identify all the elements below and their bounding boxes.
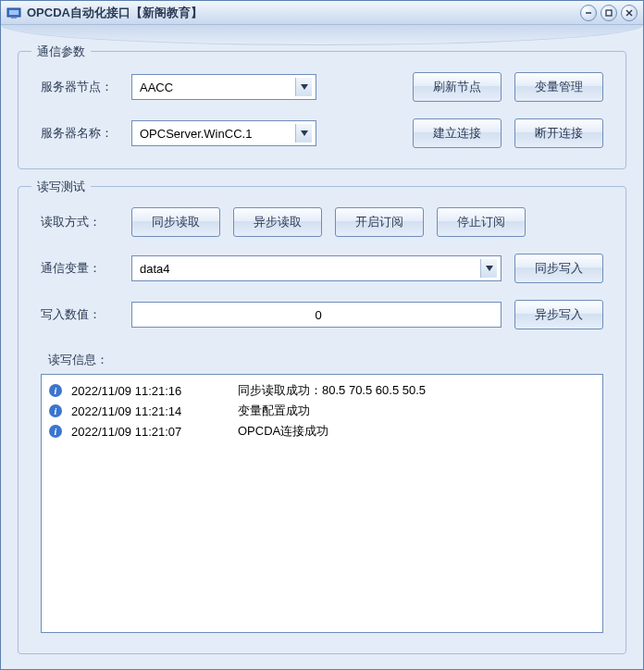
unsubscribe-button[interactable]: 停止订阅 <box>437 207 526 237</box>
group-comm-params: 通信参数 服务器节点： AACC 刷新节点 变量管理 服务器名称： OPCSer… <box>18 51 626 169</box>
chevron-down-icon[interactable] <box>480 259 497 278</box>
row-write-value: 写入数值： 0 异步写入 <box>41 300 603 329</box>
server-name-value: OPCServer.WinCC.1 <box>140 127 295 141</box>
write-value-label: 写入数值： <box>41 306 118 323</box>
async-write-button[interactable]: 异步写入 <box>514 300 603 329</box>
svg-rect-1 <box>9 10 19 15</box>
log-message: 同步读取成功：80.5 70.5 60.5 50.5 <box>238 382 595 399</box>
comm-var-label: 通信变量： <box>41 260 118 277</box>
window-title: OPCDA自动化接口【新阁教育】 <box>27 5 576 21</box>
log-label: 读写信息： <box>48 352 603 368</box>
svg-marker-7 <box>301 84 308 90</box>
log-message: OPCDA连接成功 <box>238 423 595 440</box>
info-icon: i <box>49 404 62 417</box>
comm-var-combo[interactable]: data4 <box>131 255 502 281</box>
write-value-text: 0 <box>315 308 321 322</box>
server-name-label: 服务器名称： <box>41 125 118 142</box>
log-time: 2022/11/09 11:21:14 <box>71 404 229 418</box>
comm-var-value: data4 <box>140 262 480 276</box>
row-read-mode: 读取方式： 同步读取 异步读取 开启订阅 停止订阅 <box>41 207 603 237</box>
server-name-combo[interactable]: OPCServer.WinCC.1 <box>131 120 316 146</box>
row-server-node: 服务器节点： AACC 刷新节点 变量管理 <box>41 72 603 102</box>
log-time: 2022/11/09 11:21:16 <box>71 384 229 398</box>
group-rw-test: 读写测试 读取方式： 同步读取 异步读取 开启订阅 停止订阅 通信变量： dat… <box>18 186 626 654</box>
client-area: 通信参数 服务器节点： AACC 刷新节点 变量管理 服务器名称： OPCSer… <box>1 38 643 669</box>
subscribe-button[interactable]: 开启订阅 <box>335 207 424 237</box>
svg-marker-9 <box>486 266 493 271</box>
app-window: OPCDA自动化接口【新阁教育】 通信参数 服务器节点： AACC <box>0 0 644 670</box>
sync-read-button[interactable]: 同步读取 <box>131 207 220 237</box>
log-message: 变量配置成功 <box>238 403 595 419</box>
log-row[interactable]: i2022/11/09 11:21:14变量配置成功 <box>49 401 595 421</box>
disconnect-button[interactable]: 断开连接 <box>514 118 603 148</box>
app-icon <box>6 6 21 20</box>
chevron-down-icon[interactable] <box>295 124 312 143</box>
variable-manage-button[interactable]: 变量管理 <box>514 72 603 102</box>
server-node-label: 服务器节点： <box>41 79 118 95</box>
log-row[interactable]: i2022/11/09 11:21:16同步读取成功：80.5 70.5 60.… <box>49 380 595 401</box>
info-icon: i <box>49 425 62 438</box>
sync-write-button[interactable]: 同步写入 <box>514 254 603 283</box>
row-server-name: 服务器名称： OPCServer.WinCC.1 建立连接 断开连接 <box>41 118 603 148</box>
log-listbox[interactable]: i2022/11/09 11:21:16同步读取成功：80.5 70.5 60.… <box>41 374 603 633</box>
connect-button[interactable]: 建立连接 <box>413 118 502 148</box>
async-read-button[interactable]: 异步读取 <box>233 207 322 237</box>
close-button[interactable] <box>621 5 638 21</box>
info-icon: i <box>49 384 62 397</box>
log-row[interactable]: i2022/11/09 11:21:07OPCDA连接成功 <box>49 421 595 441</box>
svg-marker-8 <box>301 130 308 136</box>
server-node-value: AACC <box>140 81 295 94</box>
titlebar: OPCDA自动化接口【新阁教育】 <box>1 1 643 25</box>
maximize-button[interactable] <box>601 5 617 21</box>
svg-rect-4 <box>606 10 612 16</box>
chevron-down-icon[interactable] <box>295 78 312 96</box>
group-rw-legend: 读写测试 <box>31 179 91 195</box>
server-node-combo[interactable]: AACC <box>131 74 316 100</box>
read-mode-label: 读取方式： <box>41 214 118 230</box>
minimize-button[interactable] <box>580 5 597 21</box>
row-comm-var: 通信变量： data4 同步写入 <box>41 254 603 283</box>
log-time: 2022/11/09 11:21:07 <box>71 425 229 439</box>
group-comm-legend: 通信参数 <box>31 43 91 60</box>
write-value-input[interactable]: 0 <box>131 302 502 328</box>
refresh-node-button[interactable]: 刷新节点 <box>413 72 502 102</box>
svg-rect-2 <box>11 17 17 19</box>
